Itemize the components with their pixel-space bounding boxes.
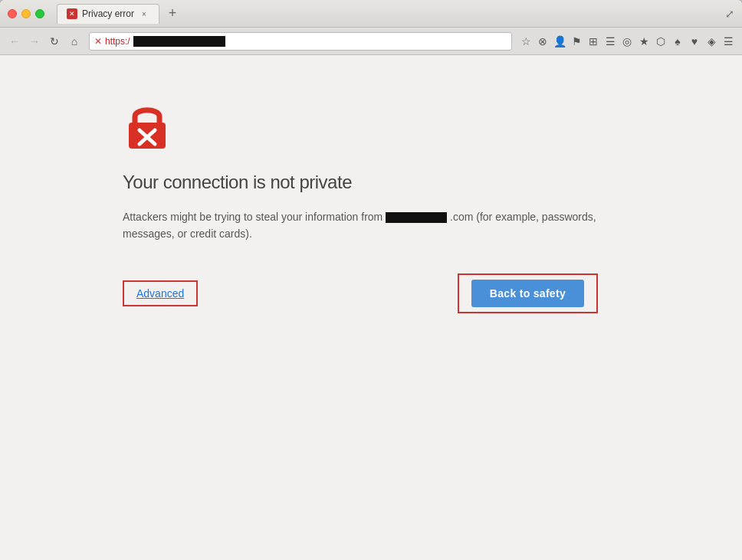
bookmark-icon[interactable]: ☆ (518, 34, 534, 49)
stop-icon[interactable]: ⊗ (535, 34, 550, 49)
extension-icon-6[interactable]: ⬡ (653, 34, 668, 49)
menu-icon[interactable]: ☰ (721, 34, 736, 49)
minimize-window-button[interactable] (21, 9, 31, 18)
tab-bar: ✕ Privacy error × + (57, 4, 719, 24)
url-redacted-domain (133, 36, 225, 47)
address-bar: ← → ↻ ⌂ ✕ https:/ ☆ ⊗ 👤 ⚑ ⊞ ☰ ◎ ★ ⬡ ♠ ♥ (0, 28, 742, 55)
reload-button[interactable]: ↻ (46, 33, 63, 50)
toolbar-icons: ☆ ⊗ 👤 ⚑ ⊞ ☰ ◎ ★ ⬡ ♠ ♥ ◈ ☰ (518, 34, 736, 49)
close-window-button[interactable] (8, 9, 17, 18)
home-button[interactable]: ⌂ (66, 33, 83, 50)
url-warning-icon: ✕ (94, 36, 102, 47)
error-container: Your connection is not private Attackers… (123, 101, 598, 313)
error-description: Attackers might be trying to steal your … (123, 208, 598, 243)
extension-icon-1[interactable]: ⚑ (569, 34, 584, 49)
url-text: https:/ (105, 36, 130, 47)
extension-icon-9[interactable]: ◈ (704, 34, 719, 49)
forward-button[interactable]: → (26, 33, 43, 50)
maximize-window-button[interactable] (35, 9, 44, 18)
active-tab[interactable]: ✕ Privacy error × (57, 4, 159, 24)
lock-icon-container (123, 101, 172, 153)
back-to-safety-button-wrapper: Back to safety (458, 273, 598, 313)
extension-icon-3[interactable]: ☰ (602, 34, 618, 49)
window-resize-icon: ⤢ (725, 8, 734, 20)
extension-icon-5[interactable]: ★ (636, 34, 652, 49)
back-to-safety-button[interactable]: Back to safety (471, 280, 584, 307)
error-title: Your connection is not private (123, 172, 352, 193)
new-tab-button[interactable]: + (163, 4, 182, 24)
extension-icon-7[interactable]: ♠ (670, 34, 685, 49)
tab-close-button[interactable]: × (139, 8, 149, 19)
traffic-lights (8, 9, 44, 18)
advanced-button-wrapper: Advanced (123, 280, 198, 306)
tab-favicon: ✕ (67, 8, 77, 19)
page-content: Your connection is not private Attackers… (0, 55, 742, 560)
url-bar[interactable]: ✕ https:/ (89, 32, 512, 51)
description-redacted-domain (386, 212, 447, 223)
extension-icon-8[interactable]: ♥ (687, 34, 702, 49)
buttons-row: Advanced Back to safety (123, 273, 598, 313)
browser-window: ✕ Privacy error × + ⤢ ← → ↻ ⌂ ✕ https:/ (0, 0, 742, 560)
tab-title: Privacy error (82, 8, 134, 19)
extension-icon-2[interactable]: ⊞ (586, 34, 601, 49)
back-button[interactable]: ← (6, 33, 23, 50)
advanced-button[interactable]: Advanced (136, 287, 184, 300)
title-bar: ✕ Privacy error × + ⤢ (0, 0, 742, 28)
extension-icon-4[interactable]: ◎ (619, 34, 635, 49)
broken-lock-icon (123, 101, 172, 150)
profile-icon[interactable]: 👤 (552, 34, 567, 49)
